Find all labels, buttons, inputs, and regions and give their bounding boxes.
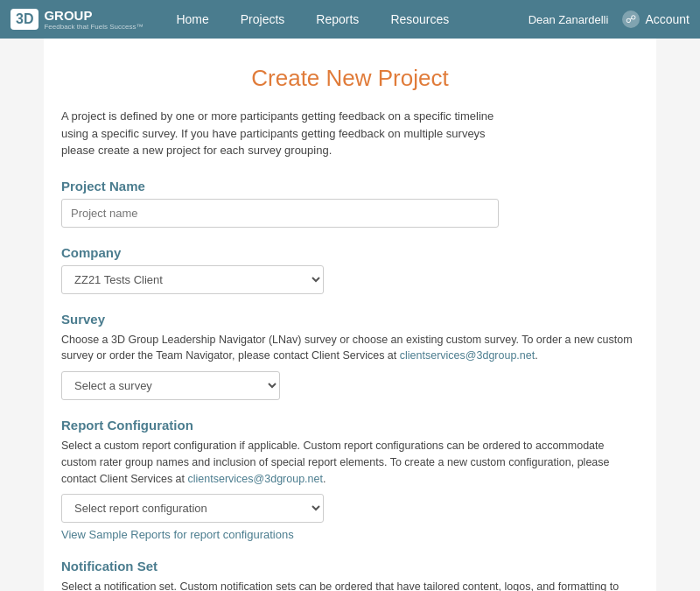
logo-tagline: Feedback that Fuels Success™ — [44, 23, 143, 31]
company-section: Company ZZ21 Tests Client — [61, 245, 639, 294]
notification-set-desc-text1: Select a notification set. Custom notifi… — [61, 580, 619, 591]
notification-set-label: Notification Set — [61, 559, 639, 573]
logo-box: 3D — [10, 9, 38, 30]
nav-links: Home Projects Reports Resources — [160, 0, 528, 39]
nav-projects[interactable]: Projects — [225, 0, 301, 39]
report-config-desc-text2: . — [323, 473, 326, 485]
intro-text: A project is defined by one or more part… — [61, 108, 499, 159]
account-icon: ☍ — [622, 11, 640, 28]
project-name-input[interactable] — [61, 199, 499, 228]
navigation: 3D GROUP Feedback that Fuels Success™ Ho… — [0, 0, 700, 39]
logo-3d: 3D — [16, 11, 33, 27]
survey-section: Survey Choose a 3D Group Leadership Navi… — [61, 312, 639, 401]
notification-set-section: Notification Set Select a notification s… — [61, 559, 639, 591]
project-name-label: Project Name — [61, 179, 639, 193]
report-config-desc-text1: Select a custom report configuration if … — [61, 440, 610, 485]
report-config-select[interactable]: Select report configuration — [61, 494, 324, 523]
project-name-section: Project Name — [61, 179, 639, 228]
survey-desc-text2: . — [535, 349, 537, 362]
survey-label: Survey — [61, 312, 639, 327]
view-sample-reports-link[interactable]: View Sample Reports for report configura… — [61, 528, 294, 541]
nav-resources[interactable]: Resources — [374, 0, 465, 39]
survey-desc-text1: Choose a 3D Group Leadership Navigator (… — [61, 334, 633, 362]
report-config-email-link[interactable]: clientservices@3dgroup.net — [188, 473, 323, 485]
survey-select[interactable]: Select a survey — [61, 371, 280, 400]
company-label: Company — [61, 245, 639, 260]
logo-area: 3D GROUP Feedback that Fuels Success™ — [10, 8, 143, 31]
survey-desc: Choose a 3D Group Leadership Navigator (… — [61, 332, 639, 365]
nav-account-button[interactable]: ☍ Account — [622, 11, 690, 28]
account-label: Account — [645, 12, 690, 26]
report-config-label: Report Configuration — [61, 418, 639, 433]
page-content: Create New Project A project is defined … — [44, 39, 656, 591]
survey-email-link[interactable]: clientservices@3dgroup.net — [400, 349, 535, 362]
nav-reports[interactable]: Reports — [300, 0, 374, 39]
notification-set-desc: Select a notification set. Custom notifi… — [61, 579, 639, 591]
report-config-section: Report Configuration Select a custom rep… — [61, 418, 639, 541]
nav-home[interactable]: Home — [160, 0, 224, 39]
company-select[interactable]: ZZ21 Tests Client — [61, 265, 324, 294]
nav-right: Dean Zanardelli ☍ Account — [528, 11, 690, 28]
page-title: Create New Project — [61, 65, 639, 92]
logo-group-text: GROUP — [44, 8, 143, 23]
report-config-desc: Select a custom report configuration if … — [61, 438, 639, 487]
nav-username: Dean Zanardelli — [528, 13, 609, 26]
